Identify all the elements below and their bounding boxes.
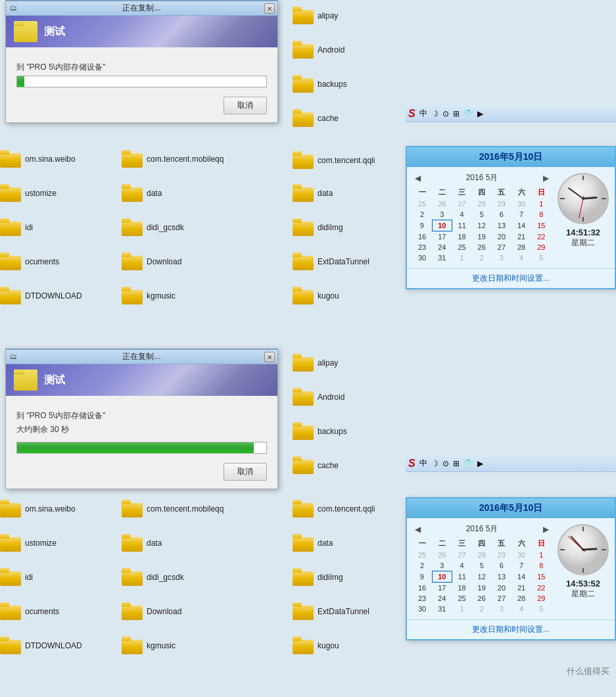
cal-day[interactable]: 14 bbox=[511, 571, 531, 583]
cal-day[interactable]: 26 bbox=[432, 550, 452, 560]
cal-day-today[interactable]: 10 bbox=[432, 220, 452, 231]
cal-day[interactable]: 5 bbox=[531, 252, 551, 263]
cal-day[interactable]: 20 bbox=[492, 231, 511, 243]
folder-item[interactable]: didi_gcsdk bbox=[122, 218, 184, 237]
cal-day[interactable]: 27 bbox=[452, 550, 471, 560]
folder-item[interactable]: didi_gcsdk bbox=[122, 568, 184, 587]
cal-day[interactable]: 29 bbox=[492, 199, 511, 209]
cal-day[interactable]: 29 bbox=[492, 550, 511, 560]
folder-item[interactable]: ocuments bbox=[0, 602, 59, 621]
folder-item[interactable]: om.sina.weibo bbox=[0, 150, 76, 168]
cal-day[interactable]: 15 bbox=[531, 220, 551, 231]
folder-item[interactable]: kgmusic bbox=[122, 287, 176, 305]
cal-day[interactable]: 25 bbox=[412, 550, 432, 560]
cal-day[interactable]: 27 bbox=[492, 593, 511, 604]
cal-day[interactable]: 28 bbox=[472, 550, 492, 560]
folder-item[interactable]: idi bbox=[0, 218, 33, 237]
cal-day[interactable]: 27 bbox=[452, 199, 471, 209]
cal-day[interactable]: 29 bbox=[531, 242, 551, 252]
cal-day[interactable]: 29 bbox=[531, 593, 551, 604]
cal-day[interactable]: 21 bbox=[511, 231, 531, 243]
cal-day[interactable]: 1 bbox=[531, 199, 551, 209]
cal-day[interactable]: 4 bbox=[511, 604, 531, 614]
folder-item[interactable]: ustomize bbox=[0, 184, 57, 203]
cal-day[interactable]: 22 bbox=[531, 583, 551, 594]
cal-day[interactable]: 24 bbox=[432, 242, 452, 252]
cal-day[interactable]: 6 bbox=[492, 209, 511, 220]
cal-day[interactable]: 8 bbox=[531, 560, 551, 571]
cal-day[interactable]: 19 bbox=[472, 583, 492, 594]
folder-item[interactable]: DTDOWNLOAD bbox=[0, 637, 82, 655]
folder-item[interactable]: didiImg bbox=[293, 218, 343, 237]
cal-day[interactable]: 19 bbox=[472, 231, 492, 243]
cal-day[interactable]: 9 bbox=[412, 571, 432, 583]
calendar-footer-1[interactable]: 更改日期和时间设置... bbox=[407, 268, 615, 288]
cal-day[interactable]: 26 bbox=[472, 593, 492, 604]
folder-item[interactable]: ustomize bbox=[0, 534, 57, 552]
cal-day[interactable]: 3 bbox=[492, 252, 511, 263]
cal-day[interactable]: 30 bbox=[412, 252, 432, 263]
cal-day[interactable]: 5 bbox=[472, 209, 492, 220]
cal-day[interactable]: 9 bbox=[412, 220, 432, 231]
cal-day[interactable]: 27 bbox=[492, 242, 511, 252]
cal-day[interactable]: 22 bbox=[531, 231, 551, 243]
cal-day[interactable]: 17 bbox=[432, 583, 452, 594]
folder-item[interactable]: data bbox=[293, 184, 333, 203]
folder-item[interactable]: alipay bbox=[293, 354, 338, 372]
cal-day[interactable]: 18 bbox=[452, 231, 471, 243]
folder-item[interactable]: com.tencent.mobileqq bbox=[122, 150, 224, 168]
folder-item[interactable]: kugou bbox=[293, 287, 339, 305]
cal-day[interactable]: 31 bbox=[432, 604, 452, 614]
folder-item[interactable]: DTDOWNLOAD bbox=[0, 287, 82, 305]
folder-item[interactable]: data bbox=[122, 534, 162, 552]
cal-day[interactable]: 11 bbox=[452, 220, 471, 231]
cal-day[interactable]: 3 bbox=[492, 604, 511, 614]
cal-day-today-2[interactable]: 10 bbox=[432, 571, 452, 583]
cal-day[interactable]: 30 bbox=[511, 199, 531, 209]
cal-day[interactable]: 3 bbox=[432, 209, 452, 220]
cal-day[interactable]: 16 bbox=[412, 583, 432, 594]
folder-item[interactable]: data bbox=[293, 534, 333, 552]
cancel-button-1[interactable]: 取消 bbox=[224, 97, 267, 114]
cal-day[interactable]: 21 bbox=[511, 583, 531, 594]
cal-day[interactable]: 2 bbox=[472, 252, 492, 263]
cal-day[interactable]: 8 bbox=[531, 209, 551, 220]
cal-day[interactable]: 23 bbox=[412, 593, 432, 604]
cal-day[interactable]: 4 bbox=[452, 209, 471, 220]
folder-item[interactable]: ocuments bbox=[0, 252, 59, 271]
cal-prev-btn-2[interactable]: ◀ bbox=[412, 525, 423, 534]
folder-item[interactable]: ExtDataTunnel bbox=[293, 252, 369, 271]
cal-next-btn-1[interactable]: ▶ bbox=[540, 174, 552, 183]
folder-item[interactable]: com.tencent.qqli bbox=[293, 151, 375, 170]
cal-day[interactable]: 4 bbox=[511, 252, 531, 263]
cal-day[interactable]: 28 bbox=[472, 199, 492, 209]
cal-day[interactable]: 6 bbox=[492, 560, 511, 571]
folder-item[interactable]: kugou bbox=[293, 637, 339, 655]
cal-day[interactable]: 28 bbox=[511, 242, 531, 252]
cal-day[interactable]: 13 bbox=[492, 571, 511, 583]
cal-prev-btn-1[interactable]: ◀ bbox=[412, 174, 423, 183]
cal-day[interactable]: 24 bbox=[432, 593, 452, 604]
folder-item[interactable]: data bbox=[122, 184, 162, 203]
folder-item[interactable]: Download bbox=[122, 252, 181, 271]
dialog-close-button-1[interactable]: ✕ bbox=[264, 3, 275, 14]
cal-day[interactable]: 1 bbox=[452, 252, 471, 263]
folder-item[interactable]: Download bbox=[122, 602, 181, 621]
cal-day[interactable]: 11 bbox=[452, 571, 471, 583]
folder-item[interactable]: backups bbox=[293, 422, 347, 441]
cal-day[interactable]: 25 bbox=[452, 242, 471, 252]
cal-day[interactable]: 3 bbox=[432, 560, 452, 571]
folder-item[interactable]: kgmusic bbox=[122, 637, 176, 655]
folder-item[interactable]: cache bbox=[293, 456, 339, 475]
cal-day[interactable]: 1 bbox=[531, 550, 551, 560]
folder-item[interactable]: com.tencent.mobileqq bbox=[122, 500, 224, 518]
cal-day[interactable]: 30 bbox=[511, 550, 531, 560]
cal-day[interactable]: 20 bbox=[492, 583, 511, 594]
cal-day[interactable]: 15 bbox=[531, 571, 551, 583]
cal-day[interactable]: 4 bbox=[452, 560, 471, 571]
cal-day[interactable]: 26 bbox=[472, 242, 492, 252]
folder-item[interactable]: didiImg bbox=[293, 568, 343, 587]
folder-item[interactable]: ExtDataTunnel bbox=[293, 602, 369, 621]
folder-item[interactable]: Android bbox=[293, 388, 344, 406]
folder-item[interactable]: backups bbox=[293, 75, 347, 93]
